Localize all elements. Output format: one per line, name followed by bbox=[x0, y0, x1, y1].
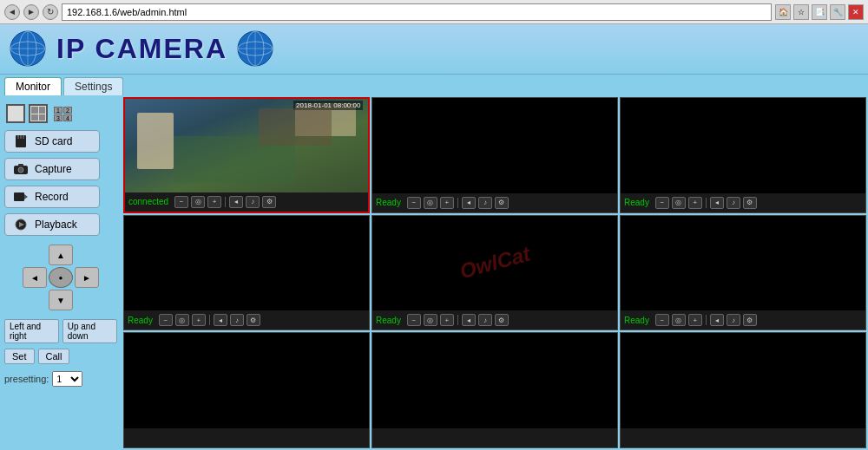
app-header: IP CAMERA bbox=[0, 24, 868, 75]
owlcat-watermark: OwlCat bbox=[457, 242, 532, 284]
camera-cell-6[interactable]: Ready − ◎ + ◂ ♪ ⚙ bbox=[620, 215, 866, 331]
call-button[interactable]: Call bbox=[38, 349, 70, 364]
address-bar[interactable] bbox=[62, 3, 772, 21]
back-button[interactable]: ◄ bbox=[4, 4, 20, 20]
cam-mic-btn-2[interactable]: ♪ bbox=[478, 197, 492, 209]
camera-grid: 2018-01-01 08:00:00 connected − ◎ + ◂ ♪ … bbox=[122, 95, 868, 450]
camera-controls-1: connected − ◎ + ◂ ♪ ⚙ bbox=[125, 192, 368, 212]
sd-card-icon bbox=[12, 134, 30, 148]
cam-gear-btn-4[interactable]: ⚙ bbox=[247, 314, 260, 326]
bookmark-icon[interactable]: 📑 bbox=[812, 4, 827, 20]
camera-view-5: OwlCat bbox=[372, 216, 617, 311]
cam-plus-btn-2[interactable]: + bbox=[440, 197, 454, 209]
cam-speaker-btn-5[interactable]: ◂ bbox=[462, 314, 476, 326]
cam-gear-btn-3[interactable]: ⚙ bbox=[743, 197, 757, 209]
layout-4-button[interactable]: 4 bbox=[63, 114, 72, 121]
cam-speaker-btn-4[interactable]: ◂ bbox=[214, 314, 227, 326]
set-call-row: Set Call bbox=[4, 349, 117, 364]
cam-mic-btn-6[interactable]: ♪ bbox=[727, 314, 740, 326]
sd-card-button[interactable]: SD card bbox=[4, 130, 100, 153]
svg-rect-11 bbox=[17, 135, 19, 139]
ptz-center-button[interactable]: ● bbox=[49, 267, 73, 288]
star-icon[interactable]: ☆ bbox=[793, 4, 809, 20]
cam-mic-btn-3[interactable]: ♪ bbox=[727, 197, 740, 209]
cam-circle-btn-4[interactable]: ◎ bbox=[175, 314, 189, 326]
ptz-down-button[interactable]: ▼ bbox=[49, 290, 73, 310]
camera-cell-2[interactable]: Ready − ◎ + ◂ ♪ ⚙ bbox=[372, 97, 618, 213]
refresh-button[interactable]: ↻ bbox=[43, 4, 58, 20]
cam-circle-btn-3[interactable]: ◎ bbox=[672, 197, 686, 209]
cam-plus-btn-3[interactable]: + bbox=[688, 197, 702, 209]
camera-controls-9 bbox=[621, 428, 865, 447]
capture-label: Capture bbox=[35, 163, 72, 175]
cam-gear-btn-2[interactable]: ⚙ bbox=[495, 197, 509, 209]
cam-circle-btn-5[interactable]: ◎ bbox=[424, 314, 437, 326]
layout-grid-button[interactable] bbox=[29, 104, 48, 123]
cam-minus-btn-6[interactable]: − bbox=[655, 314, 669, 326]
camera-image-1: 2018-01-01 08:00:00 bbox=[125, 99, 368, 192]
camera-cell-7[interactable] bbox=[123, 332, 370, 448]
svg-rect-12 bbox=[20, 135, 22, 139]
tab-settings[interactable]: Settings bbox=[63, 77, 123, 95]
cam-circle-btn-6[interactable]: ◎ bbox=[672, 314, 686, 326]
record-button[interactable]: Record bbox=[4, 186, 100, 208]
globe-right-icon bbox=[236, 29, 275, 68]
camera-status-2: Ready bbox=[376, 198, 404, 207]
cam-plus-btn-4[interactable]: + bbox=[192, 314, 206, 326]
cam-speaker-btn-2[interactable]: ◂ bbox=[462, 197, 476, 209]
left-right-button[interactable]: Left and right bbox=[4, 319, 59, 343]
layout-1-button[interactable]: 1 bbox=[54, 107, 62, 114]
camera-view-3 bbox=[621, 98, 865, 193]
camera-cell-5[interactable]: OwlCat Ready − ◎ + ◂ ♪ ⚙ bbox=[372, 215, 618, 331]
cam-gear-btn-1[interactable]: ⚙ bbox=[262, 196, 276, 208]
cam-mic-btn-4[interactable]: ♪ bbox=[230, 314, 244, 326]
tab-monitor[interactable]: Monitor bbox=[4, 77, 62, 95]
capture-button[interactable]: Capture bbox=[4, 158, 100, 180]
cam-plus-btn-1[interactable]: + bbox=[207, 196, 221, 208]
camera-cell-8[interactable] bbox=[372, 332, 618, 448]
camera-controls-3: Ready − ◎ + ◂ ♪ ⚙ bbox=[621, 193, 865, 212]
presetting-select[interactable]: 1 2 3 bbox=[52, 371, 82, 387]
cam-gear-btn-6[interactable]: ⚙ bbox=[743, 314, 757, 326]
cam-plus-btn-6[interactable]: + bbox=[688, 314, 702, 326]
cam-speaker-btn-1[interactable]: ◂ bbox=[229, 196, 243, 208]
ptz-right-button[interactable]: ► bbox=[75, 267, 99, 288]
layout-2-button[interactable]: 2 bbox=[63, 107, 72, 114]
cam-mic-btn-1[interactable]: ♪ bbox=[246, 196, 260, 208]
cam-circle-btn-2[interactable]: ◎ bbox=[424, 197, 437, 209]
cam-speaker-btn-6[interactable]: ◂ bbox=[710, 314, 724, 326]
cam-minus-btn-3[interactable]: − bbox=[655, 197, 669, 209]
home-icon[interactable]: 🏠 bbox=[775, 4, 791, 20]
cam-minus-btn-1[interactable]: − bbox=[174, 196, 188, 208]
camera-cell-4[interactable]: Ready − ◎ + ◂ ♪ ⚙ bbox=[123, 215, 370, 331]
cam-speaker-btn-3[interactable]: ◂ bbox=[710, 197, 724, 209]
camera-cell-3[interactable]: Ready − ◎ + ◂ ♪ ⚙ bbox=[620, 97, 866, 213]
camera-controls-5: Ready − ◎ + ◂ ♪ ⚙ bbox=[372, 310, 617, 329]
cam-minus-btn-4[interactable]: − bbox=[159, 314, 173, 326]
ptz-up-button[interactable]: ▲ bbox=[49, 245, 73, 265]
layout-3-button[interactable]: 3 bbox=[54, 114, 62, 121]
camera-cell-1[interactable]: 2018-01-01 08:00:00 connected − ◎ + ◂ ♪ … bbox=[123, 97, 370, 213]
sidebar: 1 2 3 4 SD card bbox=[0, 95, 122, 450]
playback-button[interactable]: Playback bbox=[4, 213, 100, 236]
camera-cell-9[interactable] bbox=[620, 332, 866, 448]
cam-circle-btn-1[interactable]: ◎ bbox=[191, 196, 205, 208]
cam-plus-btn-5[interactable]: + bbox=[440, 314, 454, 326]
cam-gear-btn-5[interactable]: ⚙ bbox=[495, 314, 509, 326]
camera-view-1: 2018-01-01 08:00:00 bbox=[125, 99, 368, 192]
set-button[interactable]: Set bbox=[4, 349, 35, 364]
camera-view-9 bbox=[621, 333, 865, 428]
tools-icon[interactable]: 🔧 bbox=[830, 4, 845, 20]
forward-button[interactable]: ► bbox=[23, 4, 39, 20]
layout-single-button[interactable] bbox=[6, 104, 25, 123]
cam-minus-btn-5[interactable]: − bbox=[407, 314, 421, 326]
svg-marker-18 bbox=[24, 194, 28, 199]
close-icon[interactable]: ✕ bbox=[848, 4, 864, 20]
cam-minus-btn-2[interactable]: − bbox=[407, 197, 421, 209]
ptz-labels: Left and right Up and down bbox=[4, 319, 117, 343]
cam-mic-btn-5[interactable]: ♪ bbox=[478, 314, 492, 326]
ptz-left-button[interactable]: ◄ bbox=[23, 267, 47, 288]
up-down-button[interactable]: Up and down bbox=[62, 319, 117, 343]
main-content: 1 2 3 4 SD card bbox=[0, 95, 868, 450]
preset-row: presetting: 1 2 3 bbox=[4, 371, 117, 387]
